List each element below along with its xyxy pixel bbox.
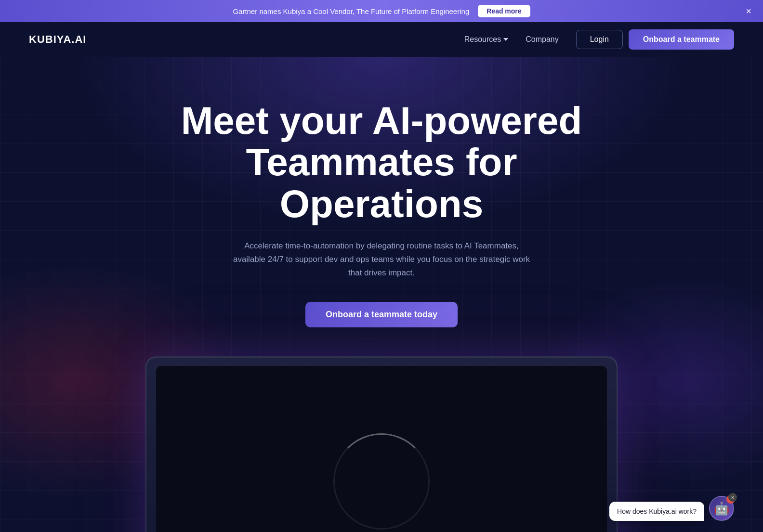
logo[interactable]: KUBIYA.AI xyxy=(29,33,86,46)
announcement-banner: Gartner names Kubiya a Cool Vendor, The … xyxy=(0,0,763,22)
nav-company[interactable]: Company xyxy=(526,35,558,44)
chat-bubble-wrapper: How does Kubiya.ai work? xyxy=(609,502,704,521)
robot-icon: 🤖 xyxy=(714,501,729,516)
banner-text: Gartner names Kubiya a Cool Vendor, The … xyxy=(233,7,469,15)
laptop-mockup xyxy=(145,356,618,532)
navbar: KUBIYA.AI Resources Company Login Onboar… xyxy=(0,22,763,57)
read-more-button[interactable]: Read more xyxy=(478,5,530,17)
hero-subtitle: Accelerate time-to-automation by delegat… xyxy=(227,239,536,280)
chat-widget: How does Kubiya.ai work? 🤖 1 × xyxy=(609,496,734,521)
chat-avatar[interactable]: 🤖 1 × xyxy=(709,496,734,521)
loading-circle xyxy=(333,433,430,530)
chat-bubble: How does Kubiya.ai work? xyxy=(609,502,704,521)
banner-close-button[interactable]: × xyxy=(746,6,751,16)
chevron-down-icon xyxy=(503,38,508,41)
chat-close-button[interactable]: × xyxy=(728,493,737,502)
hero-title: Meet your AI-powered Teammates for Opera… xyxy=(174,100,589,225)
nav-onboard-button[interactable]: Onboard a teammate xyxy=(629,29,734,50)
nav-resources[interactable]: Resources xyxy=(464,35,508,44)
hero-section: Meet your AI-powered Teammates for Opera… xyxy=(0,57,763,532)
hero-cta-button[interactable]: Onboard a teammate today xyxy=(305,302,458,327)
laptop-screen xyxy=(156,366,607,532)
login-button[interactable]: Login xyxy=(576,30,623,49)
laptop-outer xyxy=(145,356,618,532)
nav-links: Resources Company xyxy=(464,35,559,44)
